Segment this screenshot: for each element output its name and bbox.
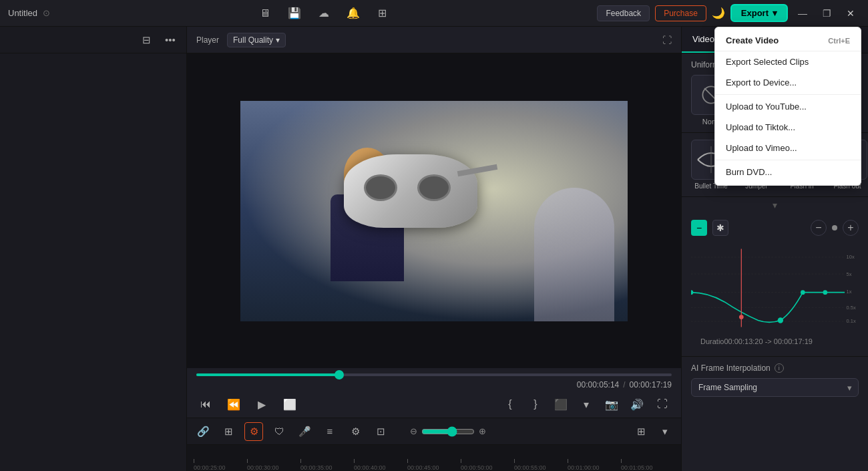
timeline-layers-icon[interactable]: ≡ xyxy=(320,422,339,441)
more-options-icon[interactable]: ••• xyxy=(161,31,180,49)
ai-info-icon[interactable]: i xyxy=(775,363,784,373)
ai-frame-select[interactable]: Frame Sampling xyxy=(691,378,859,397)
export-chevron-icon: ▾ xyxy=(773,8,777,18)
bell-icon[interactable]: 🔔 xyxy=(344,4,363,23)
cloud-icon[interactable]: ☁ xyxy=(314,4,333,23)
svg-point-17 xyxy=(691,290,693,295)
ruler-mark: 00:00:35:00 xyxy=(300,459,354,471)
svg-text:5x: 5x xyxy=(847,271,852,277)
ruler-mark: 00:01:00:00 xyxy=(568,459,621,471)
vr-headset-wrap xyxy=(344,154,477,228)
vr-scene xyxy=(240,101,628,321)
save-icon[interactable]: 💾 xyxy=(285,4,304,23)
mark-out-button[interactable]: } xyxy=(526,395,545,414)
timeline-more-icon[interactable]: ▾ xyxy=(656,422,674,441)
timeline-right-buttons: ⊞ ▾ xyxy=(632,422,674,441)
dropdown-youtube[interactable]: Upload to YouTube... xyxy=(715,96,861,117)
project-title: Untitled xyxy=(8,8,37,18)
dropdown-vimeo[interactable]: Upload to Vimeo... xyxy=(715,138,861,158)
vr-headset-body xyxy=(344,154,477,228)
background-figure xyxy=(534,188,614,321)
play-button[interactable]: ▶ xyxy=(252,395,271,414)
ruler-mark: 00:00:50:00 xyxy=(461,459,514,471)
player-bar: Player Full Quality ▾ ⛶ xyxy=(187,27,681,53)
timeline-settings-button[interactable]: ⚙ xyxy=(244,422,263,441)
quality-chevron-icon: ▾ xyxy=(276,35,280,45)
controls-right-group: { } ⬛ ▾ 📷 🔊 ⛶ xyxy=(501,395,672,414)
timeline-mic-icon[interactable]: 🎤 xyxy=(295,422,314,441)
fullscreen-button[interactable]: ⛶ xyxy=(653,395,672,414)
graph-minus-button[interactable]: − xyxy=(691,220,707,236)
ai-label-row: AI Frame Interpolation i xyxy=(691,363,859,373)
video-frame xyxy=(187,53,681,368)
quality-select[interactable]: Full Quality ▾ xyxy=(227,33,286,47)
header-icons: 🖥 💾 ☁ 🔔 ⊞ xyxy=(256,4,392,23)
filter-icon[interactable]: ⊟ xyxy=(137,31,156,49)
export-button[interactable]: Export ▾ xyxy=(730,4,788,22)
close-button[interactable]: ✕ xyxy=(841,4,860,23)
ruler-mark: 00:01:05:00 xyxy=(621,459,674,471)
trim-chevron-button[interactable]: ▾ xyxy=(577,395,596,414)
zoom-in-icon: ⊕ xyxy=(479,426,486,436)
svg-text:0.5x: 0.5x xyxy=(847,305,856,311)
timeline-grid-icon[interactable]: ⊞ xyxy=(632,422,650,441)
timeline: 🔗 ⊞ ⚙ 🛡 🎤 ≡ ⚙ ⊡ ⊖ ⊕ ⊞ ▾ xyxy=(187,418,681,471)
ai-select-wrapper: Frame Sampling xyxy=(691,378,859,397)
timeline-toolbar: 🔗 ⊞ ⚙ 🛡 🎤 ≡ ⚙ ⊡ ⊖ ⊕ ⊞ ▾ xyxy=(187,418,681,445)
snapshot-button[interactable]: 📷 xyxy=(602,395,621,414)
center-area: Player Full Quality ▾ ⛶ xyxy=(187,27,681,471)
ruler-mark: 00:00:55:00 xyxy=(514,459,568,471)
timeline-text-icon[interactable]: ⊡ xyxy=(371,422,390,441)
stop-button[interactable]: ⬜ xyxy=(280,395,299,414)
left-sidebar: ⊟ ••• xyxy=(0,27,187,471)
graph-star-button[interactable]: ✱ xyxy=(712,220,728,236)
feedback-button[interactable]: Feedback xyxy=(597,5,650,21)
dropdown-export-selected[interactable]: Export Selected Clips xyxy=(715,51,861,72)
ruler-mark: 00:00:40:00 xyxy=(354,459,407,471)
maximize-button[interactable]: ❐ xyxy=(817,4,836,23)
frame-back-button[interactable]: ⏪ xyxy=(224,395,243,414)
graph-circle-plus-button[interactable]: + xyxy=(843,220,859,236)
progress-track[interactable] xyxy=(196,373,672,376)
child-figure xyxy=(307,148,427,321)
dropdown-export-device[interactable]: Export to Device... xyxy=(715,72,861,93)
export-dropdown: Create Video Ctrl+E Export Selected Clip… xyxy=(714,27,861,186)
expand-arrow[interactable]: ▾ xyxy=(682,197,868,213)
timeline-zoom-out-icon[interactable]: ⊞ xyxy=(219,422,238,441)
child-body xyxy=(331,194,404,281)
mark-in-button[interactable]: { xyxy=(501,395,519,414)
graph-circle-minus-button[interactable]: − xyxy=(811,220,827,236)
video-thumbnail xyxy=(240,101,628,321)
timeline-zoom-slider[interactable] xyxy=(421,426,475,437)
volume-button[interactable]: 🔊 xyxy=(628,395,646,414)
dropdown-burn-dvd[interactable]: Burn DVD... xyxy=(715,162,861,182)
step-back-button[interactable]: ⏮ xyxy=(196,395,215,414)
timeline-shield-icon[interactable]: 🛡 xyxy=(270,422,288,441)
svg-point-20 xyxy=(823,290,827,295)
lens-right xyxy=(417,174,451,201)
dropdown-create-video[interactable]: Create Video Ctrl+E xyxy=(715,30,861,51)
purchase-button[interactable]: Purchase xyxy=(655,5,706,21)
dropdown-tiktok[interactable]: Upload to Tiktok... xyxy=(715,117,861,138)
timeline-zoom-group: ⊖ ⊕ xyxy=(410,426,486,437)
ai-section: AI Frame Interpolation i Frame Sampling xyxy=(682,357,868,404)
progress-thumb[interactable] xyxy=(335,370,344,379)
player-expand-icon[interactable]: ⛶ xyxy=(662,35,672,45)
timeline-link-icon[interactable]: 🔗 xyxy=(194,422,212,441)
dropdown-separator2 xyxy=(715,160,861,160)
ruler-mark: 00:00:30:00 xyxy=(247,459,300,471)
dropdown-separator xyxy=(715,94,861,95)
timeline-effects-icon[interactable]: ⚙ xyxy=(346,422,365,441)
apps-icon[interactable]: ⊞ xyxy=(373,4,392,23)
progress-fill xyxy=(196,373,339,376)
minimize-button[interactable]: — xyxy=(793,4,812,23)
lens-left xyxy=(364,174,397,201)
trim-button[interactable]: ⬛ xyxy=(552,395,570,414)
svg-point-19 xyxy=(801,290,805,295)
monitor-icon[interactable]: 🖥 xyxy=(256,4,274,23)
theme-icon[interactable]: 🌙 xyxy=(712,7,725,19)
status-icon: ⊙ xyxy=(43,8,50,18)
svg-text:10x: 10x xyxy=(847,254,855,260)
title-section: Untitled ⊙ xyxy=(8,8,50,18)
timeline-ruler[interactable]: 00:00:25:0000:00:30:0000:00:35:0000:00:4… xyxy=(187,445,681,471)
